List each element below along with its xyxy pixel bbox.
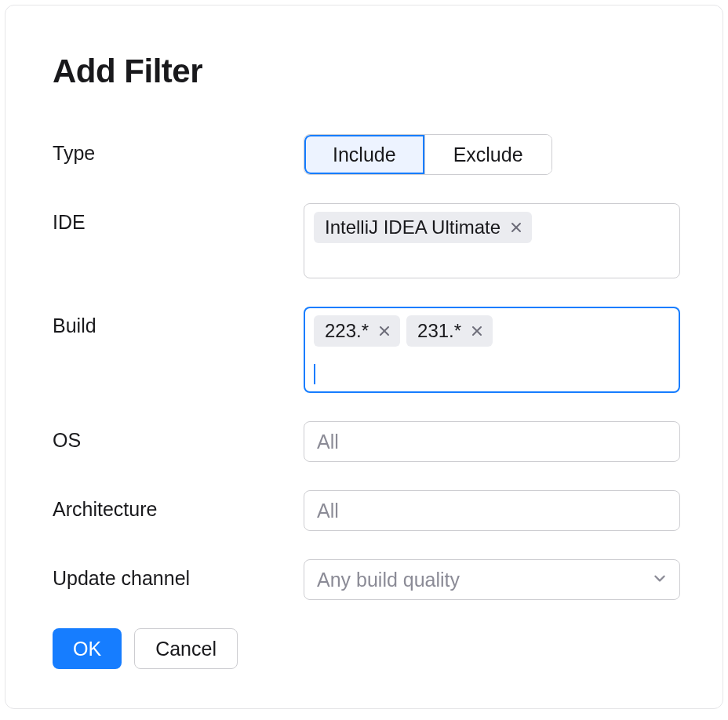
add-filter-dialog: Add Filter Type Include Exclude IDE Inte… [5, 5, 723, 709]
text-cursor [314, 364, 315, 384]
build-tag: 231.* [406, 315, 493, 347]
ide-tag-input[interactable]: IntelliJ IDEA Ultimate [304, 203, 680, 278]
build-row: Build 223.* 231.* [53, 307, 675, 393]
architecture-placeholder: All [317, 500, 339, 522]
close-icon[interactable] [469, 323, 485, 339]
os-select[interactable]: All [304, 421, 680, 462]
dialog-title: Add Filter [53, 53, 675, 90]
update-channel-select[interactable]: Any build quality [304, 559, 680, 600]
type-segmented-control: Include Exclude [304, 134, 552, 175]
update-channel-placeholder: Any build quality [317, 569, 460, 591]
close-icon[interactable] [377, 323, 392, 339]
type-exclude-button[interactable]: Exclude [424, 135, 551, 174]
build-tag-label: 231.* [417, 320, 461, 342]
architecture-select[interactable]: All [304, 490, 680, 531]
update-channel-label: Update channel [53, 559, 304, 590]
type-include-button[interactable]: Include [304, 135, 424, 174]
build-tag-label: 223.* [325, 320, 369, 342]
ok-button[interactable]: OK [53, 628, 122, 669]
dialog-buttons: OK Cancel [53, 628, 675, 669]
ide-label: IDE [53, 203, 304, 234]
build-label: Build [53, 307, 304, 337]
chevron-down-icon [653, 571, 667, 588]
architecture-label: Architecture [53, 490, 304, 521]
architecture-row: Architecture All [53, 490, 675, 531]
ide-row: IDE IntelliJ IDEA Ultimate [53, 203, 675, 278]
cancel-button[interactable]: Cancel [134, 628, 238, 669]
os-placeholder: All [317, 431, 339, 453]
build-tag: 223.* [314, 315, 400, 347]
close-icon[interactable] [508, 220, 524, 235]
ide-tag: IntelliJ IDEA Ultimate [314, 212, 532, 243]
os-label: OS [53, 421, 304, 452]
type-label: Type [53, 134, 304, 165]
os-row: OS All [53, 421, 675, 462]
ide-tag-label: IntelliJ IDEA Ultimate [325, 216, 500, 238]
update-channel-row: Update channel Any build quality [53, 559, 675, 600]
type-row: Type Include Exclude [53, 134, 675, 175]
build-tag-input[interactable]: 223.* 231.* [304, 307, 680, 393]
